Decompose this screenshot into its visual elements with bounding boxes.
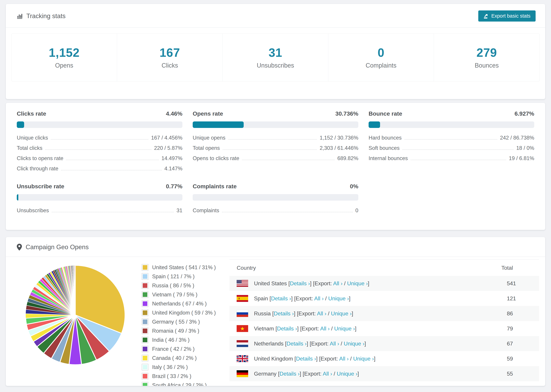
details-link[interactable]: Details › [280, 371, 300, 377]
bar-chart-icon [17, 13, 23, 19]
pie-legend: United States ( 541 / 31% )Spain ( 121 /… [142, 264, 216, 386]
rates-panel: Clicks rate4.46%Unique clicks167 / 4.456… [6, 103, 545, 230]
export-unique-link[interactable]: Unique › [331, 310, 352, 317]
progress-bar-track [17, 194, 182, 201]
legend-swatch [142, 382, 148, 386]
details-link[interactable]: Details › [277, 325, 297, 332]
legend-label: Russia ( 86 / 5% ) [152, 283, 194, 289]
country-links: Germany [Details ›] [Export: All › / Uni… [254, 371, 359, 377]
rate-detail-row: Soft bounces18 / 0% [369, 145, 534, 151]
export-unique-link[interactable]: Unique › [344, 341, 365, 347]
geo-header: Campaign Geo Opens [6, 237, 545, 257]
rate-detail-value: 31 [177, 207, 182, 214]
geo-title-text: Campaign Geo Opens [26, 244, 89, 251]
legend-item-vietnam: Vietnam ( 79 / 5% ) [142, 291, 216, 298]
country-total: 541 [500, 276, 539, 291]
export-all-link[interactable]: All › [339, 356, 349, 362]
rate-detail-value: 4.147% [164, 166, 182, 172]
export-basic-stats-label: Export basic stats [491, 13, 530, 19]
export-all-link[interactable]: All › [330, 341, 339, 347]
legend-item-russia: Russia ( 86 / 5% ) [142, 282, 216, 289]
progress-bar-fill [17, 121, 24, 128]
export-all-link[interactable]: All › [323, 371, 332, 377]
dotted-leader [228, 139, 317, 140]
country-total: 121 [500, 291, 539, 306]
country-name: United States [ [254, 280, 290, 287]
link-separator: / [326, 310, 331, 317]
stat-value: 0 [378, 46, 384, 60]
legend-swatch [142, 264, 148, 271]
country-links: Netherlands [Details ›] [Export: All › /… [254, 341, 366, 347]
country-total: 67 [500, 336, 539, 351]
export-basic-stats-button[interactable]: Export basic stats [478, 10, 536, 21]
dotted-leader [51, 139, 148, 140]
rate-detail-label: Unsubscribes [17, 207, 49, 214]
legend-item-india: India ( 46 / 3% ) [142, 336, 216, 343]
gb-flag-icon [237, 355, 248, 362]
rate-detail-row: Unsubscribes31 [17, 207, 182, 214]
export-unique-link[interactable]: Unique › [328, 295, 349, 301]
legend-item-italy: Italy ( 36 / 2% ) [142, 364, 216, 371]
dotted-leader [223, 149, 317, 150]
rate-value: 6.927% [515, 110, 534, 117]
geo-table-header-row: Country Total [229, 259, 539, 276]
export-all-link[interactable]: All › [333, 280, 343, 287]
dotted-leader [61, 170, 162, 170]
total-column-header: Total [500, 259, 539, 276]
legend-swatch [142, 355, 148, 361]
legend-item-spain: Spain ( 121 / 7% ) [142, 273, 216, 280]
rate-detail-row: Hard bounces242 / 86.738% [369, 135, 534, 141]
details-link[interactable]: Details › [296, 356, 316, 362]
tracking-stats-panel: Tracking stats Export basic stats 1,152O… [6, 4, 545, 99]
details-link[interactable]: Details › [274, 310, 294, 317]
country-total: 86 [500, 306, 539, 321]
details-link[interactable]: Details › [290, 280, 310, 287]
export-all-link[interactable]: All › [320, 325, 330, 332]
rate-detail-label: Unique clicks [17, 135, 48, 141]
legend-item-brazil: Brazil ( 33 / 2% ) [142, 373, 216, 379]
export-icon [483, 14, 488, 19]
rate-value: 4.46% [166, 110, 182, 117]
rate-title: Opens rate [193, 110, 223, 117]
rate-detail-label: Hard bounces [369, 135, 402, 141]
progress-bar-fill [17, 194, 18, 201]
export-all-link[interactable]: All › [317, 310, 326, 317]
map-pin-icon [17, 244, 22, 251]
rate-card-unsubscribe-rate: Unsubscribe rate0.77%Unsubscribes31 [17, 183, 182, 214]
rate-detail-value: 167 / 4.456% [151, 135, 182, 141]
rate-detail-label: Total clicks [17, 145, 42, 151]
es-flag-icon [237, 295, 248, 302]
rate-detail-row: Complaints0 [193, 207, 358, 214]
dotted-leader [66, 160, 159, 160]
export-bracket: ] [Export: [297, 325, 320, 332]
export-unique-link[interactable]: Unique › [347, 280, 368, 287]
legend-swatch [142, 346, 148, 352]
export-unique-link[interactable]: Unique › [337, 371, 357, 377]
stat-label: Opens [55, 62, 73, 69]
legend-label: Netherlands ( 67 / 4% ) [152, 301, 207, 307]
legend-swatch [142, 318, 148, 325]
export-unique-link[interactable]: Unique › [353, 356, 374, 362]
closing-bracket: ] [352, 310, 353, 317]
rate-value: 0.77% [166, 183, 182, 190]
details-link[interactable]: Details › [271, 295, 291, 301]
geo-body: United States ( 541 / 31% )Spain ( 121 /… [6, 257, 545, 386]
legend-item-netherlands: Netherlands ( 67 / 4% ) [142, 300, 216, 307]
geo-country-table: Country Total United States [Details ›] … [229, 259, 539, 381]
tracking-stats-title: Tracking stats [17, 13, 65, 20]
dotted-leader [410, 160, 506, 160]
legend-item-germany: Germany ( 55 / 3% ) [142, 318, 216, 325]
export-all-link[interactable]: All › [314, 295, 324, 301]
rate-detail-row: Unique clicks167 / 4.456% [17, 135, 182, 141]
rate-detail-row: Clicks to opens rate14.497% [17, 155, 182, 161]
export-unique-link[interactable]: Unique › [334, 325, 355, 332]
progress-bar-track [193, 121, 358, 128]
geo-table-row-us: United States [Details ›] [Export: All ›… [229, 276, 539, 291]
country-column-header: Country [229, 259, 500, 276]
legend-item-united-states: United States ( 541 / 31% ) [142, 264, 216, 271]
details-link[interactable]: Details › [287, 341, 307, 347]
link-separator: / [343, 280, 347, 287]
export-bracket: ] [Export: [310, 280, 333, 287]
progress-bar-fill [193, 121, 244, 128]
rate-detail-value: 1,152 / 30.736% [320, 135, 358, 141]
